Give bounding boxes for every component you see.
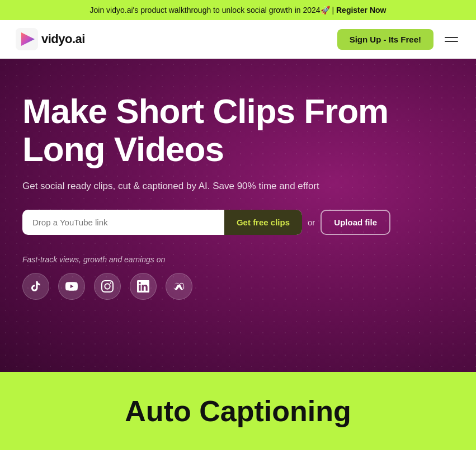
hero-section: Make Short Clips From Long Videos Get so…	[0, 59, 476, 372]
hero-title-line2: Long Videos	[22, 130, 224, 168]
logo-text: vidyo.ai	[41, 32, 85, 46]
hero-title: Make Short Clips From Long Videos	[22, 92, 425, 168]
navbar: vidyo.ai Sign Up - Its Free!	[0, 20, 476, 59]
upload-file-button[interactable]: Upload file	[321, 210, 390, 235]
announcement-text: Join vidyo.ai's product walkthrough to u…	[90, 6, 336, 15]
hero-subtitle: Get social ready clips, cut & captioned …	[22, 181, 425, 192]
hamburger-line-1	[445, 37, 458, 38]
signup-button[interactable]: Sign Up - Its Free!	[337, 29, 433, 50]
hero-title-line1: Make Short Clips From	[22, 92, 388, 130]
get-clips-button[interactable]: Get free clips	[224, 210, 302, 235]
announcement-cta[interactable]: Register Now	[336, 6, 386, 15]
youtube-url-input[interactable]	[22, 210, 224, 235]
linkedin-icon[interactable]	[130, 273, 157, 300]
input-group: Get free clips or Upload file	[22, 210, 425, 235]
logo-icon	[16, 28, 38, 50]
youtube-icon[interactable]	[58, 273, 85, 300]
logo[interactable]: vidyo.ai	[16, 28, 85, 50]
instagram-icon[interactable]	[94, 273, 121, 300]
social-section: Fast-track views, growth and earnings on	[22, 255, 425, 300]
auto-caption-section: Auto Captioning	[0, 372, 476, 450]
url-input-wrapper: Get free clips	[22, 210, 302, 235]
menu-button[interactable]	[442, 35, 460, 44]
nav-right: Sign Up - Its Free!	[337, 29, 460, 50]
auto-caption-title: Auto Captioning	[22, 394, 454, 428]
tiktok-icon[interactable]	[22, 273, 49, 300]
hamburger-line-2	[445, 41, 458, 42]
social-icons-list	[22, 273, 425, 300]
or-separator: or	[308, 218, 315, 227]
announcement-bar: Join vidyo.ai's product walkthrough to u…	[0, 0, 476, 20]
hero-content: Make Short Clips From Long Videos Get so…	[22, 92, 425, 300]
meta-icon[interactable]	[166, 273, 192, 300]
social-label: Fast-track views, growth and earnings on	[22, 255, 425, 264]
